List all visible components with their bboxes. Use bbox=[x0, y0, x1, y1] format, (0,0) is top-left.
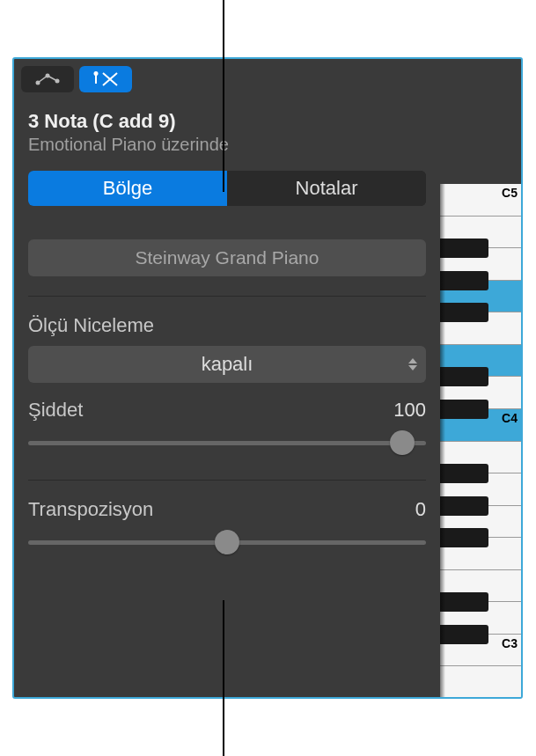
black-key[interactable] bbox=[440, 271, 488, 290]
region-name-button[interactable]: Steinway Grand Piano bbox=[28, 239, 426, 276]
automation-icon bbox=[34, 72, 61, 86]
track-subtitle: Emotional Piano üzerinde bbox=[28, 135, 507, 155]
white-key[interactable]: C5 bbox=[440, 184, 521, 217]
transpose-slider[interactable] bbox=[28, 530, 426, 554]
quantize-dropdown[interactable]: kapalı bbox=[28, 346, 426, 383]
black-key[interactable] bbox=[440, 239, 488, 258]
key-label: C3 bbox=[502, 636, 518, 650]
velocity-row: Şiddet 100 bbox=[28, 399, 507, 455]
divider bbox=[28, 480, 426, 481]
key-label: C5 bbox=[502, 186, 518, 200]
black-key[interactable] bbox=[440, 400, 488, 419]
black-key[interactable] bbox=[440, 625, 488, 644]
tab-segment: Bölge Notalar bbox=[28, 171, 426, 206]
divider bbox=[28, 296, 426, 297]
transpose-label: Transpozisyon bbox=[28, 498, 153, 521]
black-key[interactable] bbox=[440, 592, 488, 612]
velocity-label: Şiddet bbox=[28, 399, 83, 422]
toolbar bbox=[14, 59, 521, 99]
white-key[interactable] bbox=[440, 666, 521, 699]
velocity-slider[interactable] bbox=[28, 430, 426, 455]
piano-keyboard[interactable]: C5C4C3 bbox=[440, 184, 521, 699]
svg-point-3 bbox=[94, 71, 99, 76]
quantize-label: Ölçü Niceleme bbox=[28, 314, 507, 337]
transpose-thumb[interactable] bbox=[215, 530, 239, 554]
callout-line-bottom bbox=[223, 600, 224, 756]
header: 3 Nota (C add 9) Emotional Piano üzerind… bbox=[14, 99, 521, 162]
velocity-value: 100 bbox=[393, 399, 426, 422]
region-name-label: Steinway Grand Piano bbox=[136, 247, 319, 268]
keyboard-shadow bbox=[440, 184, 445, 699]
catch-icon bbox=[92, 71, 119, 87]
white-keys: C5C4C3 bbox=[440, 184, 521, 699]
black-key[interactable] bbox=[440, 496, 488, 516]
chevron-updown-icon bbox=[408, 358, 417, 371]
automation-tool-button[interactable] bbox=[21, 66, 74, 92]
inspector-panel: 3 Nota (C add 9) Emotional Piano üzerind… bbox=[12, 57, 523, 699]
transpose-row: Transpozisyon 0 bbox=[28, 498, 507, 554]
velocity-track bbox=[28, 441, 426, 445]
selection-title: 3 Nota (C add 9) bbox=[28, 110, 507, 133]
black-key[interactable] bbox=[440, 464, 488, 483]
tab-region[interactable]: Bölge bbox=[28, 171, 227, 206]
callout-line-top bbox=[223, 0, 224, 192]
key-label: C4 bbox=[502, 411, 518, 425]
catch-tool-button[interactable] bbox=[79, 66, 132, 92]
black-key[interactable] bbox=[440, 303, 488, 322]
transpose-value: 0 bbox=[415, 498, 426, 521]
quantize-value: kapalı bbox=[202, 353, 253, 376]
velocity-thumb[interactable] bbox=[390, 430, 415, 455]
black-key[interactable] bbox=[440, 367, 488, 386]
black-key[interactable] bbox=[440, 528, 488, 547]
tab-notes[interactable]: Notalar bbox=[227, 171, 426, 206]
